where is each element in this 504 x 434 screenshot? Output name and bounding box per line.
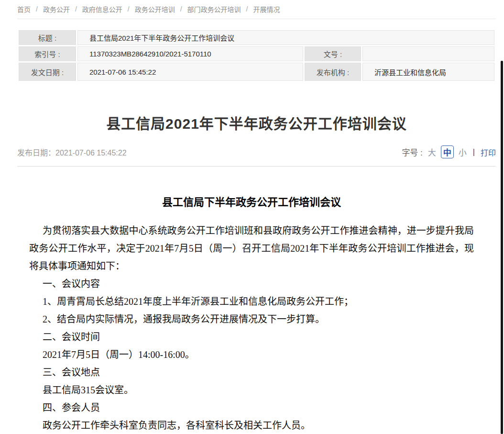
article-paragraph: 为贯彻落实县大数据中心系统政务公开工作培训班和县政府政务公开工作推进会精神，进一… xyxy=(29,222,474,275)
meta-row-date: 发文日期 : 2021-07-06 15:45:22 发布机构 : 沂源县工业和… xyxy=(19,63,494,81)
article-body: 县工信局下半年政务公开工作培训会议 为贯彻落实县大数据中心系统政务公开工作培训班… xyxy=(17,193,496,434)
meta-row-title: 标题 : 县工信局2021年下半年政务公开工作培训会议 xyxy=(19,30,494,45)
font-size-medium-button[interactable]: 中 xyxy=(441,145,454,158)
article-paragraph-section-2: 二、会议时间 xyxy=(29,328,474,346)
print-button[interactable]: 打印 xyxy=(481,146,496,158)
font-size-label: 字号 : xyxy=(402,146,422,158)
meta-docnum-value xyxy=(362,46,494,61)
publish-date-label: 发布日期： xyxy=(17,149,55,157)
breadcrumb-separator: / xyxy=(75,5,77,13)
meta-index-value: 11370323MB28642910/2021-5170110 xyxy=(77,46,303,61)
meta-date-label: 发文日期 : xyxy=(19,63,76,81)
article-paragraph: 县工信局315会议室。 xyxy=(29,381,474,399)
breadcrumb-item-gov-info[interactable]: 政府信息公开 xyxy=(82,4,122,14)
meta-title-label: 标题 : xyxy=(19,30,76,45)
font-size-small-button[interactable]: 小 xyxy=(459,146,467,158)
article-tools: 字号 : 大 中 小 | 打印 xyxy=(402,145,496,158)
document-meta-table: 标题 : 县工信局2021年下半年政务公开工作培训会议 索引号 : 113703… xyxy=(17,29,496,82)
breadcrumb-separator: / xyxy=(128,5,130,13)
article-paragraph: 1、周青霄局长总结2021年度上半年沂源县工业和信息化局政务公开工作； xyxy=(29,293,474,311)
meta-docnum-label: 文号 : xyxy=(305,46,361,61)
article-paragraph: 2、结合局内实际情况，通报我局政务公开进展情况及下一步打算。 xyxy=(29,311,474,328)
breadcrumb-item-home[interactable]: 首页 xyxy=(17,4,31,14)
meta-row-index: 索引号 : 11370323MB28642910/2021-5170110 文号… xyxy=(19,46,494,61)
article-paragraph: 政务公开工作牵头科室负责同志，各科室科长及相关工作人员。 xyxy=(29,417,474,434)
breadcrumb-separator: / xyxy=(180,5,182,13)
publish-date-value: 2021-07-06 15:45:22 xyxy=(55,149,127,157)
article-paragraph-section-1: 一、会议内容 xyxy=(29,275,474,293)
breadcrumb-item-zhengwugongkai[interactable]: 政务公开 xyxy=(43,4,70,14)
article-heading: 县工信局下半年政务公开工作培训会议 xyxy=(29,193,474,209)
breadcrumb-separator: / xyxy=(246,5,248,13)
meta-agency-label: 发布机构 : xyxy=(305,63,361,81)
publish-date: 发布日期：2021-07-06 15:45:22 xyxy=(17,146,127,158)
info-row: 发布日期：2021-07-06 15:45:22 字号 : 大 中 小 | 打印 xyxy=(17,145,496,167)
meta-date-value: 2021-07-06 15:45:22 xyxy=(77,63,303,81)
article-paragraph: 2021年7月5日（周一）14:00-16:00。 xyxy=(29,346,474,364)
article-paragraph-section-4: 四、参会人员 xyxy=(29,399,474,417)
breadcrumb-separator: / xyxy=(36,5,38,13)
meta-index-label: 索引号 : xyxy=(19,46,76,61)
font-size-large-button[interactable]: 大 xyxy=(428,146,436,158)
breadcrumb-item-dept-training[interactable]: 部门政务公开培训 xyxy=(187,4,241,14)
tools-divider: | xyxy=(473,148,475,156)
breadcrumb: 首页 / 政务公开 / 政府信息公开 / 政务公开培训 / 部门政务公开培训 /… xyxy=(17,0,496,19)
meta-title-value: 县工信局2021年下半年政务公开工作培训会议 xyxy=(77,30,494,45)
page-title: 县工信局2021年下半年政务公开工作培训会议 xyxy=(17,112,496,133)
article-paragraph-section-3: 三、会议地点 xyxy=(29,364,474,381)
page-container: 首页 / 政务公开 / 政府信息公开 / 政务公开培训 / 部门政务公开培训 /… xyxy=(0,0,504,434)
meta-agency-value: 沂源县工业和信息化局 xyxy=(362,63,494,81)
breadcrumb-item-status[interactable]: 开展情况 xyxy=(253,4,280,14)
breadcrumb-item-training[interactable]: 政务公开培训 xyxy=(135,4,175,14)
scrollbar-thumb[interactable] xyxy=(501,61,503,434)
